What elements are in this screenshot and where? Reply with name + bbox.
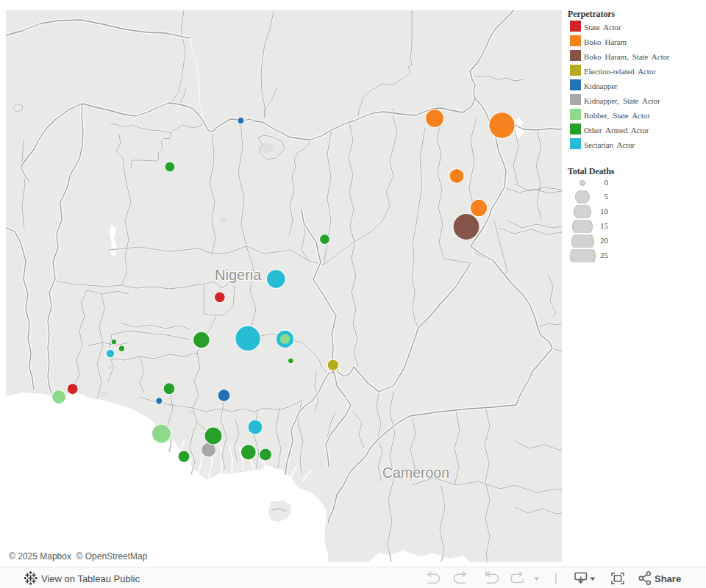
- svg-text:Nigeria: Nigeria: [215, 267, 262, 283]
- svg-text:Cameroon: Cameroon: [382, 465, 449, 481]
